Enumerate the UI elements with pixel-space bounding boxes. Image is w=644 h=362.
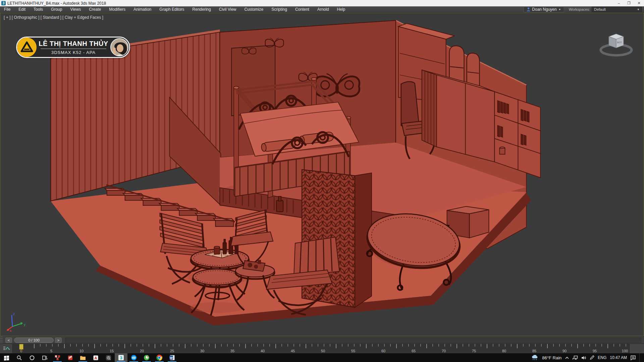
timeline-edge-grip[interactable] (0, 337, 3, 344)
language-indicator[interactable]: ENG (598, 355, 606, 360)
window-title: LETHITHANHTHUY_B4.max - Autodesk 3ds Max… (7, 1, 106, 6)
menu-animation[interactable]: Animation (129, 6, 155, 13)
coc-coc-browser-icon[interactable] (140, 353, 153, 362)
minimize-button[interactable]: – (614, 0, 624, 6)
user-icon (527, 7, 530, 11)
task-view-button[interactable] (38, 353, 51, 362)
capture-app-icon[interactable] (102, 353, 115, 362)
restore-button[interactable]: ❐ (624, 0, 634, 6)
time-slider-track[interactable] (65, 338, 641, 343)
weather-condition: Rain (553, 355, 562, 360)
signin-user-button[interactable]: Doan Nguyen ▼ (524, 7, 564, 12)
remote-connect-icon[interactable] (51, 353, 64, 362)
frame-tick-100: 100 (622, 349, 628, 353)
frame-tick-85: 85 (532, 349, 536, 353)
show-desktop-button[interactable] (639, 353, 641, 362)
menu-create[interactable]: Create (85, 6, 105, 13)
autocad-icon[interactable]: A (89, 353, 102, 362)
max-glyph: 3 (120, 355, 122, 360)
menu-rendering[interactable]: Rendering (188, 6, 215, 13)
menu-graph-editors[interactable]: Graph Editors (155, 6, 188, 13)
frame-tick-5: 5 (50, 349, 52, 353)
frame-tick-50: 50 (321, 349, 325, 353)
menu-file[interactable]: File (0, 6, 14, 13)
search-icon[interactable] (13, 353, 25, 362)
ruler-end-cap (629, 344, 644, 353)
frame-tick-90: 90 (562, 349, 567, 353)
track-ruler[interactable]: 0510152025303540455055606570758085909510… (13, 344, 629, 353)
frame-tick-15: 15 (110, 349, 114, 353)
chevron-down-icon: ▼ (637, 8, 640, 11)
axis-z-label: z (13, 312, 15, 316)
menu-bar: FileEditToolsGroupViewsCreateModifiersAn… (0, 6, 644, 13)
title-bar: 3 LETHITHANHTHUY_B4.max - Autodesk 3ds M… (0, 0, 644, 6)
clock[interactable]: 10:47 AM (610, 355, 627, 360)
windows-ink-pen-icon[interactable] (590, 355, 594, 360)
network-icon[interactable] (573, 356, 578, 360)
frame-tick-80: 80 (502, 349, 506, 353)
menu-civil-view[interactable]: Civil View (215, 6, 240, 13)
frame-tick-70: 70 (442, 349, 446, 353)
menu-modifiers[interactable]: Modifiers (105, 6, 129, 13)
partition-scales (302, 170, 372, 307)
frame-tick-20: 20 (140, 349, 144, 353)
track-bar: 0510152025303540455055606570758085909510… (0, 344, 644, 353)
menu-bar-items: FileEditToolsGroupViewsCreateModifiersAn… (0, 6, 349, 13)
menu-content[interactable]: Content (291, 6, 313, 13)
scene-canvas[interactable] (0, 13, 644, 336)
sketchup-icon[interactable] (64, 353, 76, 362)
axis-y-label: y (24, 323, 25, 326)
zalo-glyph: Zalo (132, 357, 136, 359)
frame-tick-0: 0 (20, 349, 22, 353)
frame-prev-button[interactable]: < (5, 338, 12, 343)
triangle-logo-icon (17, 38, 37, 57)
frame-tick-55: 55 (351, 349, 355, 353)
menu-edit[interactable]: Edit (14, 6, 30, 13)
3ds-max-taskbar-icon[interactable]: 3 (115, 353, 127, 362)
menu-views[interactable]: Views (66, 6, 85, 13)
menu-arnold[interactable]: Arnold (313, 6, 333, 13)
frame-tick-10: 10 (79, 349, 84, 353)
frame-next-button[interactable]: > (55, 338, 62, 343)
workspaces-label: Workspaces: (569, 7, 590, 11)
time-slider-row: < 0 / 100 > (0, 336, 644, 344)
menu-help[interactable]: Help (333, 6, 350, 13)
frame-tick-30: 30 (200, 349, 204, 353)
workspace-value: Default (594, 7, 606, 11)
banner-name: LÊ THỊ THANH THỦY (38, 40, 109, 48)
viewport-3d[interactable]: [ + ] [ Orthographic ] [ Standard ] [ Cl… (0, 13, 644, 336)
viewport-label[interactable]: [ + ] [ Orthographic ] [ Standard ] [ Cl… (4, 15, 103, 20)
weather-status[interactable]: 86°F Rain (542, 355, 561, 360)
hidden-icons-chevron[interactable] (565, 356, 569, 359)
speaker-icon[interactable] (581, 356, 586, 360)
menu-scripting[interactable]: Scripting (267, 6, 291, 13)
file-explorer-icon[interactable] (76, 353, 89, 362)
menu-tools[interactable]: Tools (30, 6, 47, 13)
frame-tick-35: 35 (230, 349, 234, 353)
menu-customize[interactable]: Customize (240, 6, 268, 13)
view-cube[interactable]: BOT (596, 31, 636, 60)
frame-tick-60: 60 (381, 349, 385, 353)
word-icon[interactable]: W (166, 353, 178, 362)
axis-x-label: x (10, 329, 11, 333)
taskbar: A 3 Zalo W (0, 353, 644, 362)
zalo-icon[interactable]: Zalo (127, 353, 140, 362)
frame-tick-95: 95 (593, 349, 597, 353)
notification-center-icon[interactable] (630, 355, 636, 360)
frame-tick-25: 25 (170, 349, 174, 353)
start-button[interactable] (0, 353, 13, 362)
chrome-icon[interactable] (153, 353, 166, 362)
weather-rain-icon (531, 355, 539, 361)
frame-display[interactable]: 0 / 100 (14, 338, 54, 343)
menu-group[interactable]: Group (47, 6, 66, 13)
app-icon-3dsmax: 3 (1, 1, 6, 5)
frame-tick-45: 45 (291, 349, 295, 353)
close-button[interactable]: ✕ (634, 0, 644, 6)
axis-tripod-icon: x y z (5, 311, 29, 333)
avatar (110, 38, 128, 56)
workspace-select[interactable]: Default ▼ (592, 7, 642, 12)
mini-curve-editor-button[interactable] (0, 344, 13, 353)
cortana-icon[interactable] (25, 353, 38, 362)
frame-tick-65: 65 (412, 349, 416, 353)
banner-subtitle: 3DSMAX K52 - APA (38, 50, 109, 55)
